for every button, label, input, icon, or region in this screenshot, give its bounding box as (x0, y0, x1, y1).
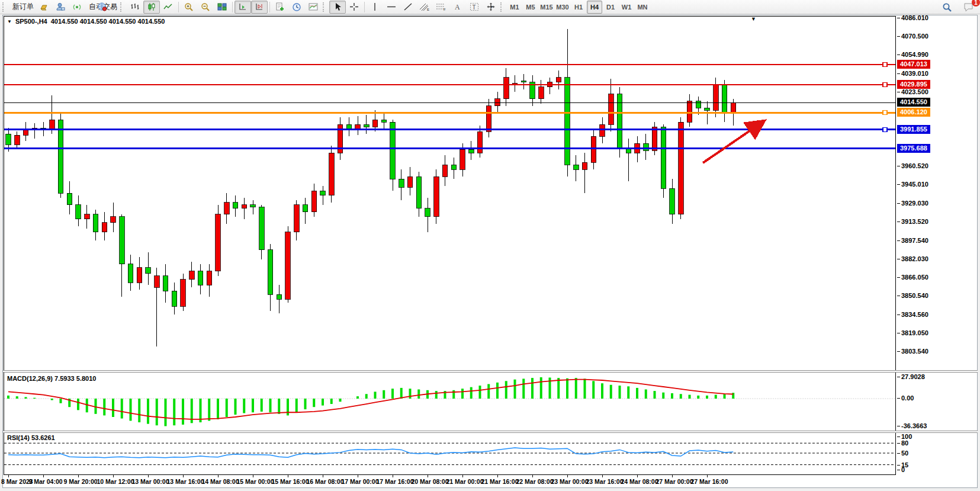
new-chart-button[interactable]: ▾ (272, 1, 288, 14)
timeframe-button-h4[interactable]: H4 (587, 1, 602, 14)
toolbar-grip[interactable] (500, 2, 505, 12)
new-order-button[interactable]: 新订单 (9, 1, 36, 14)
vline-icon[interactable] (367, 1, 383, 14)
timeframe-group: M1M5M15M30H1H4D1W1MN (507, 1, 650, 14)
date-axis-tick (637, 475, 638, 477)
price-axis-tick: 3960.520 (901, 162, 928, 169)
text-icon[interactable]: A (449, 1, 466, 14)
toolbar: 新订单 自动交易 (0, 0, 980, 14)
template-button[interactable]: ▾ (305, 1, 322, 14)
chart-shift-icon (255, 2, 264, 11)
search-icon[interactable] (939, 1, 955, 14)
cursor-icon[interactable] (329, 1, 346, 14)
zoom-in-icon[interactable] (181, 1, 197, 14)
candlestick-icon (147, 2, 156, 11)
shapes-icon[interactable]: ▾ (483, 1, 499, 14)
accounts-icon (56, 2, 65, 11)
mt4-application: 新订单 自动交易 (0, 0, 980, 491)
date-axis-tick (8, 475, 9, 477)
rsi-axis-tick: 80 (901, 439, 908, 447)
gold-icon[interactable] (36, 1, 52, 14)
rsi-panel-canvas[interactable] (4, 433, 895, 474)
timeframe-button-w1[interactable]: W1 (619, 1, 634, 14)
date-axis-tick (113, 475, 114, 477)
date-axis-tick (183, 475, 184, 477)
timeframe-button-m1[interactable]: M1 (507, 1, 522, 14)
toolbar-grip[interactable] (120, 2, 124, 12)
bar-chart-icon[interactable] (127, 1, 143, 14)
date-axis-tick (462, 475, 463, 477)
shapes-icon (486, 2, 496, 11)
price-axis-tick: 3819.050 (901, 329, 928, 336)
line-chart-icon[interactable] (160, 1, 176, 14)
timeframe-button-m30[interactable]: M30 (555, 1, 570, 14)
candlesticks (6, 29, 736, 346)
price-axis-tick: 3945.010 (901, 181, 928, 188)
date-axis-tick (532, 475, 533, 477)
date-axis-tick (393, 475, 393, 477)
tile-windows-icon[interactable] (214, 1, 230, 14)
text-icon: A (454, 2, 462, 11)
notifications-button[interactable]: 1 (960, 1, 976, 14)
candlestick-icon[interactable] (143, 1, 160, 14)
label-icon[interactable]: T (466, 1, 483, 14)
date-axis-tick (43, 475, 44, 477)
price-axis-highlight: 3991.855 (897, 125, 930, 134)
zoom-out-icon (201, 2, 210, 12)
panel-separator[interactable] (3, 370, 978, 373)
date-axis-tick (358, 475, 358, 477)
zoom-out-icon[interactable] (197, 1, 214, 14)
macd-axis-tick: -36.3663 (901, 422, 927, 429)
toolbar-separator (232, 2, 233, 12)
price-axis-tick: 3834.560 (901, 311, 928, 318)
fibonacci-icon[interactable]: F (433, 1, 449, 14)
line-chart-icon (163, 2, 173, 11)
toolbar-grip[interactable] (2, 2, 7, 12)
date-axis-tick (323, 475, 323, 477)
hline-icon (387, 2, 396, 11)
svg-text:E: E (427, 8, 429, 11)
timeframe-button-m15[interactable]: M15 (539, 1, 554, 14)
timeframe-button-mn[interactable]: MN (635, 1, 650, 14)
auto-trading-button[interactable]: 自动交易 (85, 1, 119, 14)
channel-icon: E (419, 2, 430, 11)
chart-shift-icon[interactable] (251, 1, 268, 14)
toolbar-separator (269, 2, 270, 12)
tile-windows-icon (217, 2, 227, 11)
main-chart-canvas[interactable] (4, 16, 895, 357)
hline-icon[interactable] (383, 1, 400, 14)
date-axis-tick (672, 475, 673, 477)
macd-axis-tick: 27.9028 (901, 373, 925, 380)
notification-badge: 1 (972, 0, 980, 7)
macd-panel-canvas[interactable] (4, 373, 895, 430)
period-button[interactable]: ▾ (288, 1, 305, 14)
gold-icon (39, 3, 49, 11)
toolbar-grip[interactable] (323, 2, 327, 12)
auto-scroll-icon[interactable] (234, 1, 251, 14)
price-axis-tick: 4039.010 (901, 70, 928, 77)
price-axis-tick: 3850.540 (901, 292, 928, 299)
price-axis-tick: 4070.500 (901, 33, 928, 40)
timeframe-button-h1[interactable]: H1 (571, 1, 586, 14)
price-axis-tick: 3866.050 (901, 274, 928, 281)
price-axis-highlight: 4006.120 (897, 108, 930, 117)
svg-text:T: T (473, 4, 476, 11)
horizontal-level-lines[interactable] (4, 62, 895, 149)
autotrading-globe-icon (98, 2, 107, 11)
timeframe-button-m5[interactable]: M5 (523, 1, 538, 14)
svg-text:F: F (444, 8, 446, 11)
timeframe-button-d1[interactable]: D1 (603, 1, 618, 14)
crosshair-icon[interactable] (346, 1, 362, 14)
macd-axis-tick: 0.00 (901, 394, 914, 402)
signals-icon[interactable] (69, 1, 85, 14)
date-axis-tick (253, 475, 253, 477)
price-axis-tick: 3882.030 (901, 255, 928, 262)
price-axis-tick: 4086.010 (901, 14, 928, 21)
trendline-icon[interactable] (400, 1, 416, 14)
channel-icon[interactable]: E (416, 1, 433, 14)
accounts-icon[interactable] (52, 1, 69, 14)
date-axis-tick (288, 475, 288, 477)
cursor-icon (333, 2, 342, 11)
new-chart-icon (275, 2, 285, 12)
macd-label: MACD(12,26,9) 7.5933 5.8010 (7, 375, 96, 382)
